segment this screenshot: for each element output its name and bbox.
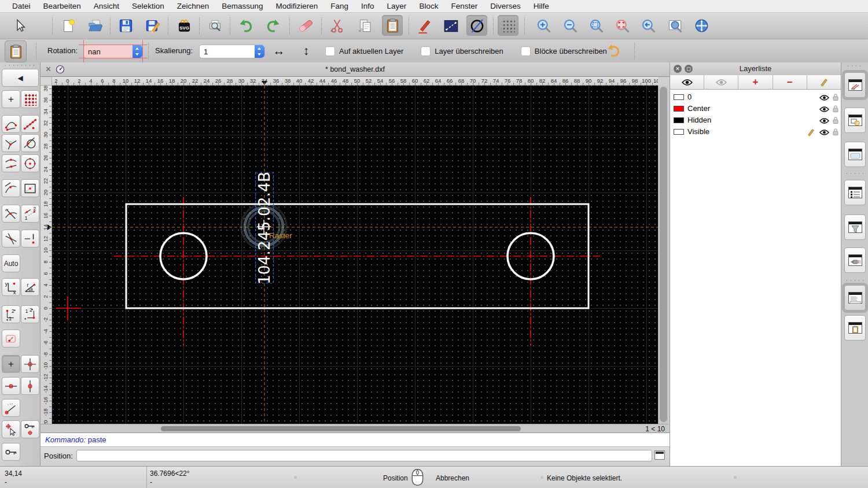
strip-drag-handle[interactable] xyxy=(846,65,863,67)
layer-row-hidden[interactable]: Hidden xyxy=(670,114,841,126)
delete-button[interactable] xyxy=(295,15,316,36)
block-list-dock-button[interactable] xyxy=(844,108,866,133)
menu-item-datei[interactable]: Datei xyxy=(6,0,37,13)
angle-measure-button[interactable] xyxy=(2,399,20,417)
zoom-out-button[interactable] xyxy=(560,15,580,36)
rotation-combobox[interactable]: nan xyxy=(83,45,143,58)
stepper-icon[interactable] xyxy=(255,45,264,58)
drawing-canvas[interactable]: 104.245.02.4B Raster xyxy=(52,86,658,424)
menu-item-ansicht[interactable]: Ansicht xyxy=(87,0,126,13)
horizontal-scrollbar[interactable]: 1 < 10 xyxy=(41,424,668,432)
zoom-in-button[interactable] xyxy=(533,15,554,36)
snap-off-button[interactable] xyxy=(21,230,39,247)
restrict-horizontal-button[interactable] xyxy=(2,377,20,395)
menu-item-bemassung[interactable]: Bemassung xyxy=(215,0,269,13)
cut-button[interactable] xyxy=(326,15,347,36)
layer-row-center[interactable]: Center xyxy=(670,103,841,114)
checkbox-auf-aktuellen-layer[interactable]: Auf aktuellen Layer xyxy=(325,46,403,56)
snap-auto-mode-button[interactable]: Auto xyxy=(2,254,20,272)
layer-lock-icon[interactable] xyxy=(832,93,839,103)
snap-auto-button[interactable] xyxy=(2,230,20,247)
lock-relative-zero-button[interactable] xyxy=(21,420,39,438)
layer-lock-icon[interactable] xyxy=(832,128,839,138)
zoom-window-button[interactable] xyxy=(664,15,685,36)
layer-row-visible[interactable]: Visible xyxy=(670,126,841,138)
show-all-layers-button[interactable] xyxy=(670,75,704,90)
selection-filter-dock-button[interactable] xyxy=(844,215,866,240)
menu-item-fenster[interactable]: Fenster xyxy=(444,0,484,13)
restrict-vertical-button[interactable] xyxy=(21,377,39,395)
print-preview-button[interactable] xyxy=(204,15,225,36)
part-number-text[interactable]: 104.245.02.4B xyxy=(255,172,273,284)
reset-button[interactable] xyxy=(603,40,624,61)
menu-item-modifizieren[interactable]: Modifizieren xyxy=(270,0,325,13)
paste-button[interactable] xyxy=(382,15,403,36)
remove-layer-button[interactable]: – xyxy=(773,75,807,90)
ellipse-tool-button[interactable] xyxy=(466,15,487,36)
menu-item-info[interactable]: Info xyxy=(355,0,381,13)
redo-button[interactable] xyxy=(263,15,284,36)
zoom-selection-button[interactable] xyxy=(612,15,632,36)
snap-on-entity-button[interactable] xyxy=(2,179,20,197)
horizontal-scrollbar-thumb[interactable] xyxy=(161,426,521,431)
layer-lock-icon[interactable] xyxy=(832,105,839,115)
snap-grid-button[interactable] xyxy=(21,90,39,108)
layer-visibility-eye-icon[interactable] xyxy=(819,116,829,127)
coordinate-polar-button[interactable]: ra xyxy=(21,278,39,296)
clipboard-dock-button[interactable] xyxy=(844,315,866,341)
menu-item-hilfe[interactable]: Hilfe xyxy=(527,0,556,13)
checkbox-box[interactable] xyxy=(521,46,531,56)
snap-entity-points-button[interactable] xyxy=(21,115,39,133)
vertical-scrollbar-thumb[interactable] xyxy=(660,87,667,422)
flip-vertical-button[interactable]: ↕ xyxy=(296,40,317,61)
save-as-button[interactable] xyxy=(142,15,163,36)
layer-row-0[interactable]: 0 xyxy=(670,91,841,103)
line-tool-button[interactable] xyxy=(440,15,461,36)
zoom-previous-button[interactable] xyxy=(638,15,659,36)
menu-item-block[interactable]: Block xyxy=(413,0,444,13)
menu-item-layer[interactable]: Layer xyxy=(381,0,413,13)
layer-visibility-eye-icon[interactable] xyxy=(819,128,829,138)
checkbox-box[interactable] xyxy=(325,46,335,56)
menu-item-diverses[interactable]: Diverses xyxy=(484,0,527,13)
new-file-button[interactable] xyxy=(58,15,79,36)
snap-reference-button[interactable] xyxy=(21,179,39,197)
snap-endpoints-button[interactable] xyxy=(2,115,20,133)
snap-back-button[interactable]: ◀ xyxy=(2,69,39,87)
undo-button[interactable] xyxy=(235,15,256,36)
library-browser-dock-button[interactable] xyxy=(844,180,866,205)
snap-intersection-manual-button[interactable]: 12 xyxy=(21,205,39,223)
add-layer-button[interactable]: + xyxy=(738,75,773,90)
layer-visibility-eye-icon[interactable] xyxy=(819,105,829,115)
coordinate-cartesian-button[interactable]: yx xyxy=(2,278,20,296)
zoom-auto-button[interactable] xyxy=(586,15,606,36)
snap-free-button[interactable]: + xyxy=(2,90,20,108)
snap-center-button[interactable] xyxy=(21,154,39,172)
palette-drag-handle[interactable] xyxy=(3,64,37,66)
restrict-orthogonal-button[interactable] xyxy=(21,355,39,373)
save-button[interactable] xyxy=(115,15,136,36)
menu-item-selektion[interactable]: Selektion xyxy=(126,0,171,13)
command-line-dock-button[interactable] xyxy=(844,285,866,310)
command-window-toggle-icon[interactable] xyxy=(654,450,665,460)
unlock-relative-zero-button[interactable] xyxy=(2,443,20,461)
svg-export-button[interactable]: SVG xyxy=(174,15,194,36)
restrict-off-button[interactable]: + xyxy=(2,355,20,373)
property-editor-dock-button[interactable] xyxy=(844,142,866,167)
snap-intersection-button[interactable] xyxy=(2,205,20,223)
edit-layer-button[interactable] xyxy=(807,75,841,90)
menu-item-bearbeiten[interactable]: Bearbeiten xyxy=(37,0,87,13)
relative-cartesian-button[interactable]: 12 xyxy=(2,305,20,323)
copy-button[interactable] xyxy=(355,15,376,36)
relative-polar-button[interactable]: 12 xyxy=(21,305,39,323)
open-file-button[interactable] xyxy=(84,15,105,36)
checkbox-bl-cke-berschreiben[interactable]: Blöcke überschreiben xyxy=(521,46,607,56)
hide-all-layers-button[interactable] xyxy=(704,75,738,90)
checkbox-layer-berschreiben[interactable]: Layer überschreiben xyxy=(421,46,503,56)
menu-item-fang[interactable]: Fang xyxy=(324,0,355,13)
snap-tangential-button[interactable] xyxy=(21,134,39,152)
paste-mode-button[interactable] xyxy=(5,40,27,62)
command-trigger-dock-button[interactable] xyxy=(844,247,866,273)
position-input[interactable] xyxy=(76,450,652,461)
layer-visibility-eye-icon[interactable] xyxy=(819,93,829,103)
